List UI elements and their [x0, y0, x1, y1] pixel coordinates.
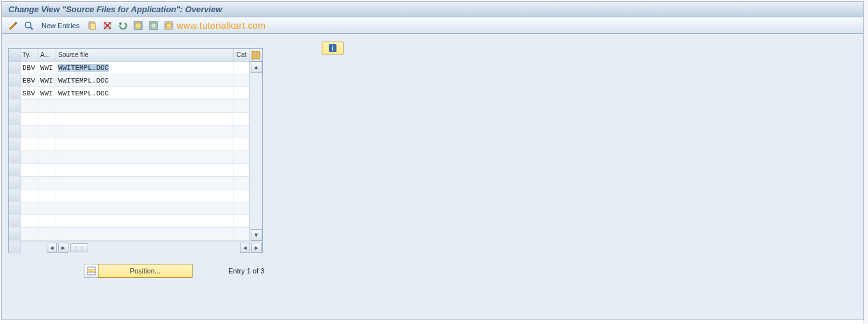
cell-cat[interactable]: [234, 74, 249, 86]
grid-select-all-header[interactable]: [9, 49, 20, 61]
copy-button[interactable]: [86, 19, 99, 32]
col-header-a[interactable]: A...: [38, 49, 56, 61]
cell-a[interactable]: WWI: [38, 74, 56, 86]
scroll-left2-button[interactable]: ◄: [240, 243, 250, 253]
table-row: [9, 228, 249, 241]
cell-cat: [234, 126, 249, 138]
cell-src[interactable]: WWITEMPL.DOC: [56, 61, 234, 74]
svg-rect-8: [136, 23, 141, 28]
cell-ty: [20, 190, 38, 202]
table-settings-button[interactable]: [162, 19, 175, 32]
row-selector[interactable]: [9, 126, 20, 138]
page-title: Change View "Source Files for Applicatio…: [8, 4, 222, 14]
entry-count-text: Entry 1 of 3: [228, 267, 264, 275]
table-row: [9, 100, 249, 113]
position-button[interactable]: Position...: [98, 264, 193, 278]
cell-src: [56, 215, 234, 227]
row-selector[interactable]: [9, 100, 20, 112]
data-grid: Ty. A... Source file Cat DBVWWIWWITEMPL.…: [8, 48, 263, 253]
title-bar: Change View "Source Files for Applicatio…: [2, 2, 863, 17]
row-selector[interactable]: [9, 164, 20, 176]
cell-a: [38, 138, 56, 150]
row-selector[interactable]: [9, 177, 20, 189]
scroll-up-button[interactable]: ▲: [251, 61, 262, 73]
cell-src: [56, 228, 234, 240]
row-selector[interactable]: [9, 87, 20, 99]
table-row: [9, 202, 249, 215]
cell-a: [38, 164, 56, 176]
cell-ty: [20, 100, 38, 112]
row-selector[interactable]: [9, 61, 20, 74]
svg-rect-18: [256, 51, 260, 59]
cell-a: [38, 177, 56, 189]
page-scrollbar[interactable]: [864, 0, 868, 324]
cell-a: [38, 100, 56, 112]
col-header-ty[interactable]: Ty.: [20, 49, 38, 61]
cell-a[interactable]: WWI: [38, 87, 56, 99]
cell-src: [56, 177, 234, 189]
table-row: [9, 138, 249, 151]
scroll-right2-button[interactable]: ►: [251, 243, 262, 253]
cell-cat: [234, 228, 249, 240]
row-selector[interactable]: [9, 190, 20, 202]
cell-cat: [234, 177, 249, 189]
content-area: i Ty. A... Source file Cat DBVWWIWWITEMP…: [2, 34, 863, 320]
row-selector[interactable]: [9, 74, 20, 86]
cell-a[interactable]: WWI: [38, 61, 56, 74]
table-row: [9, 215, 249, 228]
scroll-thumb-left[interactable]: ⋮⋮: [70, 243, 88, 252]
delete-button[interactable]: [101, 19, 114, 32]
cell-src[interactable]: WWITEMPL.DOC: [56, 74, 234, 86]
row-selector[interactable]: [9, 202, 20, 215]
position-icon[interactable]: [84, 264, 98, 278]
cell-cat: [234, 190, 249, 202]
cell-cat[interactable]: [234, 87, 249, 99]
cell-ty[interactable]: DBV: [20, 61, 38, 74]
table-row: EBVWWIWWITEMPL.DOC: [9, 74, 249, 87]
cell-ty: [20, 215, 38, 227]
cell-src[interactable]: WWITEMPL.DOC: [56, 87, 234, 99]
table-row: [9, 126, 249, 138]
new-entries-button[interactable]: New Entries: [38, 22, 83, 29]
svg-point-0: [26, 22, 31, 28]
cell-ty: [20, 228, 38, 240]
table-row: [9, 190, 249, 202]
toggle-edit-button[interactable]: [7, 19, 20, 32]
scroll-down-button[interactable]: ▼: [251, 229, 262, 241]
deselect-all-button[interactable]: [147, 19, 160, 32]
vertical-scrollbar[interactable]: ▲ ▼: [249, 61, 262, 241]
cell-a: [38, 228, 56, 240]
toolbar: New Entries www.tutorialkart.com: [2, 17, 863, 34]
horizontal-scrollbar: ◄ ► ⋮⋮ ◄ ►: [9, 241, 262, 254]
row-selector[interactable]: [9, 228, 20, 240]
cell-ty[interactable]: EBV: [20, 74, 38, 86]
svg-rect-3: [90, 23, 95, 29]
cell-ty[interactable]: SBV: [20, 87, 38, 99]
cell-src: [56, 190, 234, 202]
cell-cat: [234, 113, 249, 125]
table-row: [9, 164, 249, 177]
col-header-cat[interactable]: Cat: [234, 49, 249, 61]
info-indicator[interactable]: i: [322, 42, 343, 54]
scroll-left-button[interactable]: ◄: [47, 243, 57, 253]
grid-config-button[interactable]: [249, 49, 262, 61]
cell-src: [56, 138, 234, 150]
select-all-button[interactable]: [132, 19, 145, 32]
cell-src: [56, 100, 234, 112]
row-selector[interactable]: [9, 215, 20, 227]
cell-cat[interactable]: [234, 61, 249, 74]
table-row: [9, 177, 249, 190]
cell-a: [38, 215, 56, 227]
undo-button[interactable]: [116, 19, 129, 32]
details-button[interactable]: [22, 19, 35, 32]
row-selector[interactable]: [9, 138, 20, 150]
row-selector[interactable]: [9, 151, 20, 163]
table-row: SBVWWIWWITEMPL.DOC: [9, 87, 249, 100]
scroll-right-button[interactable]: ►: [58, 243, 68, 253]
cell-a: [38, 151, 56, 163]
col-header-source-file[interactable]: Source file: [56, 49, 234, 61]
cell-ty: [20, 126, 38, 138]
svg-text:i: i: [332, 45, 334, 52]
row-selector[interactable]: [9, 113, 20, 125]
svg-rect-17: [252, 51, 255, 59]
